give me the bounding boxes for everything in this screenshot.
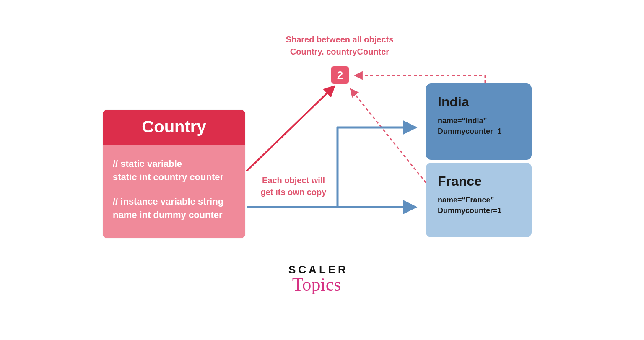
country-body-line4: name int dummy counter xyxy=(113,208,235,222)
country-body-line3: // instance variable string xyxy=(113,195,235,208)
arrow-class-to-counter xyxy=(247,86,335,171)
country-counter-chip: 2 xyxy=(331,66,349,84)
shared-between-label: Shared between all objects Country. coun… xyxy=(281,34,398,58)
arrow-india-to-counter xyxy=(355,75,485,83)
each-copy-label: Each object will get its own copy xyxy=(254,174,333,198)
country-class-body: // static variable static int country co… xyxy=(103,145,245,238)
country-class-box: Country // static variable static int co… xyxy=(103,110,245,238)
india-dummy-line: Dummycounter=1 xyxy=(438,126,520,137)
france-name-line: name=“France” xyxy=(438,195,520,205)
each-copy-line2: get its own copy xyxy=(254,186,333,198)
country-counter-value: 2 xyxy=(337,69,343,82)
country-body-line2: static int country counter xyxy=(113,171,235,184)
shared-line-2: Country. countryCounter xyxy=(281,46,398,58)
country-body-line1: // static variable xyxy=(113,157,235,171)
india-name-line: name=“India” xyxy=(438,116,520,126)
object-box-france: France name=“France” Dummycounter=1 xyxy=(426,163,532,237)
each-copy-line1: Each object will xyxy=(254,174,333,186)
france-dummy-line: Dummycounter=1 xyxy=(438,205,520,216)
country-class-title: Country xyxy=(103,110,245,145)
scaler-topics-logo: SCALER Topics xyxy=(288,263,347,295)
arrow-france-to-counter xyxy=(351,89,426,183)
france-title: France xyxy=(438,174,520,189)
diagram-canvas: Shared between all objects Country. coun… xyxy=(0,0,644,340)
logo-text-script: Topics xyxy=(286,274,347,295)
object-box-india: India name=“India” Dummycounter=1 xyxy=(426,83,532,160)
india-title: India xyxy=(438,94,520,110)
shared-line-1: Shared between all objects xyxy=(281,34,398,46)
